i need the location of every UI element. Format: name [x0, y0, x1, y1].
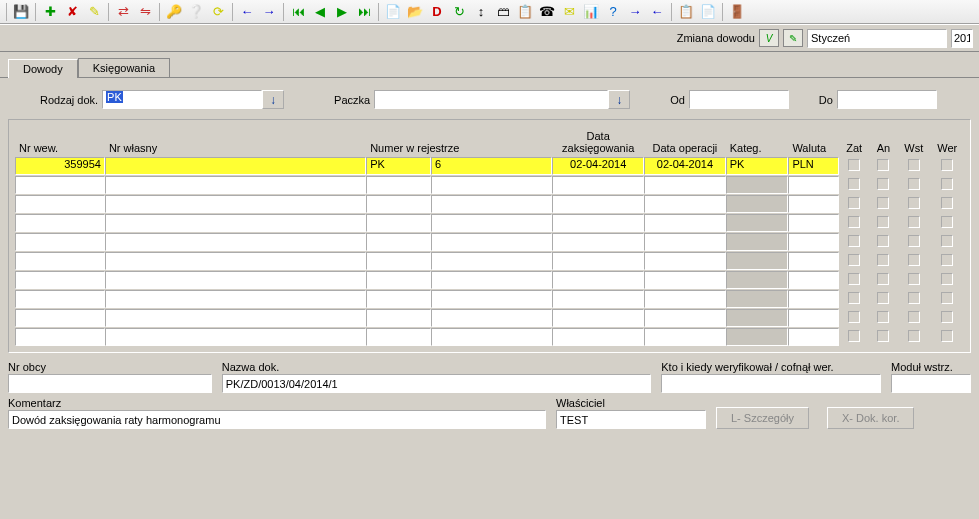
grid-cell[interactable] [15, 214, 105, 232]
grid-cell[interactable] [431, 328, 552, 346]
grid-cell[interactable] [431, 233, 552, 251]
grid-cell[interactable] [552, 176, 644, 194]
table-row[interactable] [15, 232, 964, 251]
swap2-icon[interactable]: ⇋ [135, 2, 155, 22]
copy-icon[interactable]: 📋 [676, 2, 696, 22]
nazwa-input[interactable] [222, 374, 652, 393]
szczegoly-button[interactable]: L- Szczegóły [716, 407, 809, 429]
grid-cell[interactable] [15, 271, 105, 289]
grid-cell[interactable]: 02-04-2014 [644, 157, 726, 175]
save-icon[interactable]: 💾 [11, 2, 31, 22]
help-icon[interactable]: ❔ [186, 2, 206, 22]
grid-cell[interactable] [366, 252, 431, 270]
grid-cell[interactable] [788, 176, 838, 194]
arrow-l2-icon[interactable]: ← [647, 2, 667, 22]
checkbox[interactable] [877, 330, 889, 342]
grid-cell[interactable] [726, 233, 789, 251]
grid-cell[interactable] [552, 252, 644, 270]
refresh-icon[interactable]: ⟳ [208, 2, 228, 22]
checkbox[interactable] [941, 330, 953, 342]
grid-cell[interactable] [726, 195, 789, 213]
last-icon[interactable]: ⏭ [354, 2, 374, 22]
grid-cell[interactable] [105, 214, 366, 232]
grid-cell[interactable] [788, 195, 838, 213]
cycle-icon[interactable]: ↻ [449, 2, 469, 22]
grid-cell[interactable]: PK [366, 157, 431, 175]
grid-cell[interactable] [105, 309, 366, 327]
paczka-dropdown-icon[interactable]: ↓ [608, 90, 630, 109]
grid-cell[interactable] [644, 233, 726, 251]
grid-cell[interactable] [644, 309, 726, 327]
checkbox[interactable] [908, 292, 920, 304]
grid-cell[interactable] [105, 233, 366, 251]
checkbox[interactable] [941, 197, 953, 209]
checkbox[interactable] [877, 235, 889, 247]
grid-cell[interactable] [15, 252, 105, 270]
grid-cell[interactable] [644, 214, 726, 232]
grid-cell[interactable]: 02-04-2014 [552, 157, 644, 175]
forward-icon[interactable]: ▶ [332, 2, 352, 22]
checkbox[interactable] [908, 197, 920, 209]
grid-cell[interactable] [366, 290, 431, 308]
grid-cell[interactable] [366, 233, 431, 251]
grid-cell[interactable] [726, 252, 789, 270]
checkbox[interactable] [848, 330, 860, 342]
grid-cell[interactable] [431, 176, 552, 194]
grid-cell[interactable] [726, 176, 789, 194]
grid-cell[interactable] [105, 176, 366, 194]
question-icon[interactable]: ? [603, 2, 623, 22]
grid-cell[interactable]: 359954 [15, 157, 105, 175]
grid-cell[interactable] [15, 309, 105, 327]
sort-icon[interactable]: ↕ [471, 2, 491, 22]
do-input[interactable] [837, 90, 937, 109]
rodzaj-dropdown-icon[interactable]: ↓ [262, 90, 284, 109]
table-row[interactable] [15, 270, 964, 289]
paczka-input[interactable] [374, 90, 608, 109]
grid-cell[interactable]: 6 [431, 157, 552, 175]
checkbox[interactable] [908, 330, 920, 342]
checkbox[interactable] [941, 311, 953, 323]
page-icon[interactable]: 📄 [698, 2, 718, 22]
grid-cell[interactable] [431, 252, 552, 270]
checkbox[interactable] [848, 159, 860, 171]
prev-icon[interactable]: ← [237, 2, 257, 22]
first-icon[interactable]: ⏮ [288, 2, 308, 22]
grid-cell[interactable] [105, 252, 366, 270]
chart-icon[interactable]: 📊 [581, 2, 601, 22]
grid-cell[interactable] [552, 328, 644, 346]
checkbox[interactable] [877, 273, 889, 285]
grid-cell[interactable] [366, 309, 431, 327]
checkbox[interactable] [848, 292, 860, 304]
table-row[interactable] [15, 308, 964, 327]
komentarz-input[interactable] [8, 410, 546, 429]
grid-cell[interactable] [644, 176, 726, 194]
grid-cell[interactable] [15, 328, 105, 346]
phone-icon[interactable]: ☎ [537, 2, 557, 22]
month-input[interactable] [807, 29, 947, 48]
grid-cell[interactable] [726, 328, 789, 346]
checkbox[interactable] [877, 292, 889, 304]
grid-cell[interactable] [366, 214, 431, 232]
grid-cell[interactable] [644, 252, 726, 270]
grid-cell[interactable] [431, 309, 552, 327]
grid-cell[interactable] [15, 290, 105, 308]
arrow-r2-icon[interactable]: → [625, 2, 645, 22]
key-icon[interactable]: 🔑 [164, 2, 184, 22]
doc-icon[interactable]: 📄 [383, 2, 403, 22]
grid-cell[interactable] [105, 195, 366, 213]
grid-cell[interactable] [788, 328, 838, 346]
grid-cell[interactable] [431, 290, 552, 308]
checkbox[interactable] [941, 254, 953, 266]
tree-icon[interactable]: 🗃 [493, 2, 513, 22]
grid-cell[interactable] [105, 290, 366, 308]
table-row[interactable]: 359954PK602-04-201402-04-2014PKPLN [15, 156, 964, 175]
tab-dowody[interactable]: Dowody [8, 59, 78, 78]
checkbox[interactable] [941, 159, 953, 171]
grid-cell[interactable] [726, 214, 789, 232]
tab-ksiegowania[interactable]: Księgowania [78, 58, 170, 77]
od-input[interactable] [689, 90, 789, 109]
checkbox[interactable] [848, 197, 860, 209]
grid-cell[interactable] [15, 233, 105, 251]
next-icon[interactable]: → [259, 2, 279, 22]
grid-cell[interactable] [788, 233, 838, 251]
